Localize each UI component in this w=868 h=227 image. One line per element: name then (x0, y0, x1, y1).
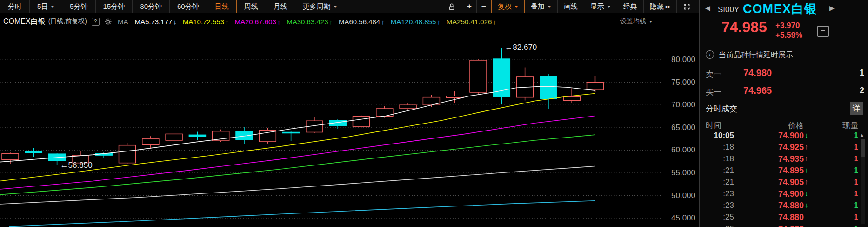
ma-legend-ma10: MA10:72.553↑ (183, 18, 229, 26)
detail-button[interactable]: 详 (850, 102, 863, 115)
divider (700, 47, 868, 47)
period-tab-60min[interactable]: 60分钟 (170, 0, 207, 13)
tick-qty: 1 (826, 166, 858, 175)
tick-time: :21 (700, 178, 734, 187)
display-label: 显示 (590, 2, 604, 11)
toolbar: 分时5日▼5分钟15分钟30分钟60分钟日线周线月线更多周期▼ + − 复权 ▼… (0, 0, 700, 13)
divider (700, 65, 868, 65)
period-tab-15min[interactable]: 15分钟 (96, 0, 133, 13)
tick-time: :18 (700, 143, 734, 152)
fullscreen-icon[interactable] (677, 0, 697, 13)
period-tab-weekly[interactable]: 周线 (237, 0, 266, 13)
col-header-time: 时间 (706, 120, 721, 131)
next-symbol-icon[interactable]: ▶ (829, 4, 835, 12)
zoom-out-button[interactable]: − (477, 0, 491, 13)
tick-time: :23 (700, 189, 734, 199)
period-tab-30min[interactable]: 30分钟 (133, 0, 170, 13)
delay-notice: 当前品种行情延时展示 (719, 50, 793, 60)
period-tab-5day[interactable]: 5日▼ (30, 0, 62, 13)
trading-app: 分时5日▼5分钟15分钟30分钟60分钟日线周线月线更多周期▼ + − 复权 ▼… (0, 0, 868, 227)
display-button[interactable]: 显示 ▼ (584, 0, 617, 13)
classic-button[interactable]: 经典 (617, 0, 644, 13)
y-axis: 80.00075.00070.00065.00060.00055.00050.0… (663, 30, 699, 227)
tick-row: :1874.925↑1 (700, 143, 864, 154)
draw-line-button[interactable]: 画线 (558, 0, 584, 13)
ma-legend-ma20: MA20:67.603↑ (235, 18, 281, 26)
fuquan-button[interactable]: 复权 ▼ (491, 0, 525, 13)
col-header-price: 价格 (756, 120, 804, 131)
arrow-up-icon: ↑ (805, 178, 813, 186)
tick-time: :21 (700, 166, 734, 175)
double-arrow-icon: ▶▶ (666, 5, 670, 9)
arrow-up-icon: ↑ (805, 154, 813, 162)
chevron-down-icon: ▼ (333, 5, 337, 9)
minimize-button[interactable]: − (817, 26, 829, 37)
tick-row: :1874.935↑1 (700, 154, 864, 166)
ask-label: 卖一 (706, 69, 721, 80)
overlay-button[interactable]: 叠加 ▼ (525, 0, 558, 13)
gear-icon[interactable] (104, 18, 112, 26)
chevron-down-icon: ▼ (547, 5, 552, 9)
y-axis-label: 65.000 (671, 123, 695, 132)
chart-legend: COMEX白银 (日线,前复权) ? MA MA5:73.177↓MA10:72… (0, 13, 663, 30)
period-tab-daily[interactable]: 日线 (207, 0, 237, 13)
price-change: +3.970 (775, 21, 800, 30)
period-tab-more-periods[interactable]: 更多周期▼ (295, 0, 345, 13)
tick-price: 74.880 (747, 213, 804, 222)
ma-legend-ma5: MA5:73.177↓ (134, 18, 176, 26)
ma-settings-button[interactable]: 设置均线 ▼ (620, 13, 653, 30)
symbol-title: COMEX白银 (3, 17, 46, 27)
y-axis-label: 80.000 (671, 55, 695, 64)
ma-legend-items: MA5:73.177↓MA10:72.553↑MA20:67.603↑MA30:… (134, 18, 502, 26)
prev-symbol-icon[interactable]: ◀ (705, 4, 710, 12)
zoom-in-button[interactable]: + (462, 0, 477, 13)
ma-legend-ma120: MA120:48.855↑ (391, 18, 441, 26)
lock-icon[interactable] (441, 0, 462, 13)
tick-price: 74.935 (747, 154, 804, 164)
period-tab-label: 更多周期 (303, 2, 331, 11)
help-icon[interactable]: ? (92, 18, 100, 26)
ma-legend-ma250: MA250:41.026↑ (447, 18, 496, 26)
tick-qty: 1 (826, 143, 858, 152)
arrow-down-icon: ↓ (805, 189, 813, 197)
y-axis-label: 55.000 (671, 168, 695, 178)
symbol-name: COMEX白银 (743, 0, 817, 17)
bid-label: 买一 (706, 87, 721, 97)
candlestick-chart[interactable]: ←82.670←56.850 (0, 30, 663, 227)
axis-divider (663, 30, 663, 227)
y-axis-label: 50.000 (671, 191, 695, 200)
period-tab-label: 60分钟 (177, 2, 199, 11)
tick-row: :2174.895↓1 (700, 166, 864, 178)
period-tab-label: 5分钟 (70, 2, 87, 11)
scrollbar-thumb[interactable] (861, 139, 865, 157)
ask-price: 74.980 (743, 68, 772, 78)
arrow-down-icon: ↓ (805, 224, 813, 227)
arrow-down-icon: ↓ (173, 18, 177, 26)
tick-qty: 1 (826, 178, 858, 187)
arrow-up-icon: ↑ (493, 18, 496, 26)
tick-time: :25 (700, 224, 734, 227)
price-annotation: ←56.850 (60, 161, 93, 170)
ma-legend-ma30: MA30:63.423↑ (287, 18, 333, 26)
scroll-up-icon[interactable]: ▲ (860, 132, 864, 138)
bid-price: 74.965 (743, 85, 772, 96)
tick-row: :2574.8801 (700, 213, 864, 224)
arrow-up-icon: ↑ (329, 18, 333, 26)
period-tab-5min[interactable]: 5分钟 (62, 0, 95, 13)
overlay-label: 叠加 (531, 2, 545, 11)
hide-button[interactable]: 隐藏 ▶▶ (644, 0, 677, 13)
quote-panel: ◀ SI00Y COMEX白银 ▶ 74.985 +3.970 +5.59% −… (700, 0, 868, 227)
symbol-code: SI00Y (718, 5, 739, 14)
period-tab-time-share[interactable]: 分时 (0, 0, 30, 13)
ma-settings-label: 设置均线 (620, 17, 646, 26)
symbol-subtitle: (日线,前复权) (48, 17, 87, 26)
divider (700, 83, 868, 83)
scrollbar[interactable] (861, 139, 865, 224)
period-tab-label: 月线 (274, 2, 287, 11)
period-tabs: 分时5日▼5分钟15分钟30分钟60分钟日线周线月线更多周期▼ (0, 0, 345, 13)
col-header-qty: 现量 (821, 120, 858, 131)
ma-prefix-label: MA (118, 18, 128, 26)
info-icon: i (706, 50, 714, 59)
period-tab-monthly[interactable]: 月线 (266, 0, 295, 13)
period-tab-label: 日线 (215, 2, 229, 11)
